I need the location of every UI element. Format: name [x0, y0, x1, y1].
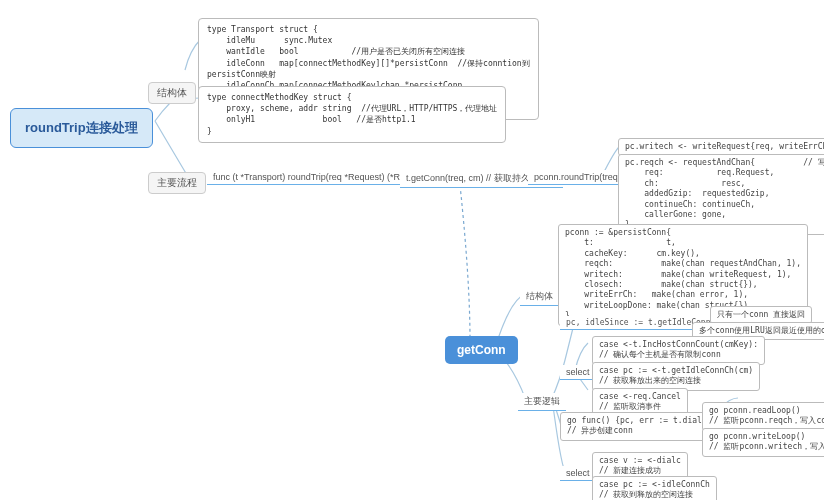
- getconn-badge: getConn: [445, 336, 518, 364]
- reqch-code: pc.reqch <- requestAndChan{ // 写pc.reqch…: [618, 154, 824, 235]
- readloop: go pconn.readLoop() // 监听pconn.reqch，写入c…: [702, 402, 824, 431]
- select-2: select: [560, 466, 596, 481]
- select-idlech: case pc := <-t.getIdleConnCh(cm) // 获取释放…: [592, 362, 760, 391]
- getconn-struct-label: 结构体: [520, 288, 559, 306]
- flow-pconn-roundtrip: pconn.roundTrip(treq): [528, 170, 627, 185]
- connectmethodkey-code: type connectMethodKey struct { proxy, sc…: [198, 86, 506, 143]
- getconn-logic-label: 主要逻辑: [518, 393, 566, 411]
- branch-flow: 主要流程: [148, 172, 206, 194]
- select-inchost: case <-t.IncHostConnCount(cmKey): // 确认每…: [592, 336, 765, 365]
- select-1: select: [560, 365, 596, 380]
- root-node: roundTrip连接处理: [10, 108, 153, 148]
- branch-struct: 结构体: [148, 82, 196, 104]
- select-idleconnch: case pc := <-idleConnCh // 获取到释放的空闲连接: [592, 476, 717, 500]
- writeloop: go pconn.writeLoop() // 监听pconn.writech，…: [702, 428, 824, 457]
